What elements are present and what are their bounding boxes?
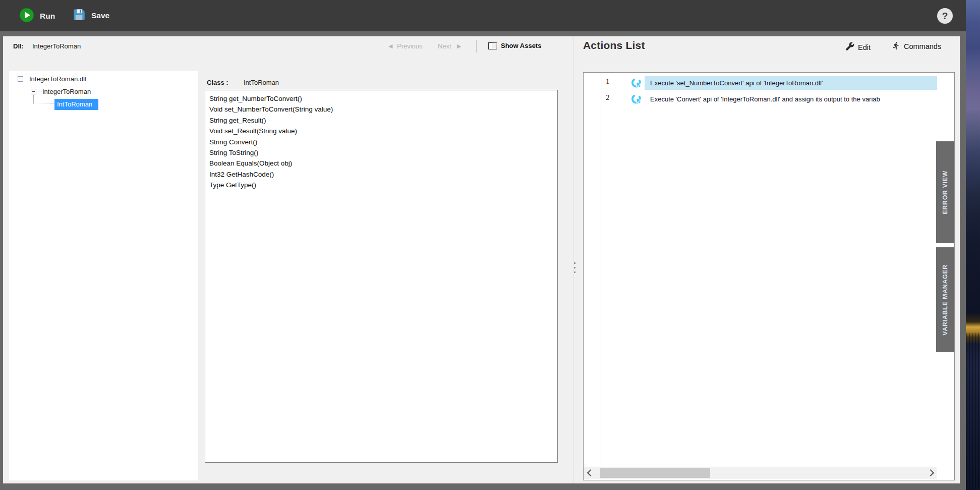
method-listbox[interactable]: String get_NumberToConvert() Void set_Nu… (205, 90, 558, 463)
edit-button[interactable]: Edit (845, 42, 871, 52)
tree-item-label: IntegerToRoman (42, 88, 91, 95)
tree-item-label: IntegerToRoman.dll (29, 75, 86, 83)
tree-connector (33, 103, 53, 104)
action-row[interactable]: Execute 'set_NumberToConvert' api of 'In… (650, 79, 936, 87)
method-item[interactable]: Void set_Result(String value) (209, 126, 557, 136)
dll-tree-panel (9, 71, 198, 480)
scrollbar-thumb[interactable] (600, 468, 710, 478)
next-arrow-icon: ▶ (457, 43, 461, 49)
method-item[interactable]: String get_NumberToConvert() (209, 93, 557, 104)
method-item[interactable]: String ToString() (209, 147, 557, 158)
wrench-icon (845, 42, 854, 52)
tree-item-class-selected[interactable]: IntToRoman (54, 99, 98, 110)
top-toolbar (0, 0, 966, 31)
run-button[interactable]: Run (19, 8, 55, 25)
dll-label: Dll: (13, 42, 24, 50)
header-separator (476, 40, 477, 52)
class-name-value: IntToRoman (244, 79, 279, 86)
next-button[interactable]: Next (438, 42, 451, 50)
tree-connector (33, 95, 34, 104)
tree-connector (24, 79, 28, 80)
method-item[interactable]: Boolean Equals(Object obj) (209, 158, 557, 169)
show-assets-label: Show Assets (501, 42, 541, 49)
tree-connector (37, 91, 41, 92)
actions-list-title: Actions List (583, 39, 645, 51)
app-window: Run Save ? Dll: IntegerToRoman ◀ Previou… (0, 0, 980, 490)
actions-listbox (583, 72, 955, 480)
method-item[interactable]: Type GetType() (209, 180, 557, 190)
method-item[interactable]: String get_Result() (209, 115, 557, 126)
action-row-number: 2 (606, 93, 610, 102)
save-icon (72, 8, 86, 23)
class-label: Class : (207, 79, 228, 86)
tab-variable-manager-label: VARIABLE MANAGER (942, 264, 949, 336)
tab-error-view[interactable]: ERROR VIEW (936, 141, 954, 243)
previous-arrow-icon: ◀ (388, 43, 392, 49)
desktop-background-reflections (966, 333, 980, 490)
previous-button[interactable]: Previous (397, 42, 423, 50)
show-assets-icon (488, 42, 497, 49)
action-row-number: 1 (606, 77, 610, 86)
splitter-handle-dot[interactable] (574, 267, 575, 268)
dll-name-value: IntegerToRoman (32, 42, 81, 50)
save-button[interactable]: Save (72, 8, 109, 23)
tab-variable-manager[interactable]: VARIABLE MANAGER (936, 247, 954, 352)
edit-label: Edit (858, 43, 871, 51)
help-question-mark: ? (942, 11, 948, 22)
tab-error-view-label: ERROR VIEW (942, 171, 949, 214)
method-item[interactable]: Int32 GetHashCode() (209, 169, 557, 180)
show-assets-button[interactable]: Show Assets (488, 42, 541, 49)
action-row[interactable]: Execute 'Convert' api of 'IntegerToRoman… (650, 95, 936, 103)
help-button[interactable]: ? (937, 8, 953, 24)
run-label: Run (40, 12, 55, 21)
panel-splitter[interactable] (573, 36, 574, 483)
tree-connector (33, 83, 34, 88)
run-icon (19, 8, 34, 25)
splitter-handle-dot[interactable] (574, 271, 575, 273)
running-man-icon (892, 41, 900, 51)
commands-label: Commands (904, 42, 941, 50)
method-item[interactable]: String Convert() (209, 137, 557, 147)
tree-collapse-icon-dll[interactable] (18, 76, 23, 82)
tree-item-label: IntToRoman (54, 99, 98, 110)
commands-button[interactable]: Commands (892, 41, 941, 51)
execute-api-icon[interactable] (631, 77, 643, 89)
execute-api-icon[interactable] (631, 93, 643, 105)
tree-collapse-icon-namespace[interactable] (31, 89, 36, 94)
row-number-separator (602, 73, 602, 467)
save-label: Save (91, 11, 109, 20)
method-item[interactable]: Void set_NumberToConvert(String value) (209, 104, 557, 115)
tree-item-namespace[interactable]: IntegerToRoman (42, 88, 91, 95)
splitter-handle-dot[interactable] (574, 262, 575, 264)
tree-item-dll[interactable]: IntegerToRoman.dll (29, 75, 86, 83)
